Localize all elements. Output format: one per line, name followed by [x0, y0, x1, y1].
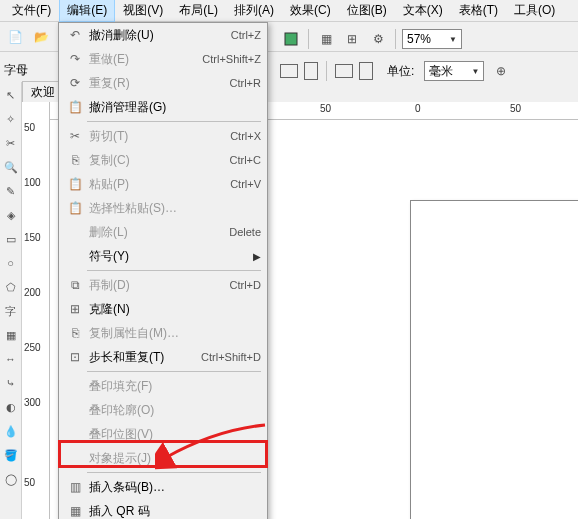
menu-copy[interactable]: ⎘复制(C)Ctrl+C: [59, 148, 267, 172]
chevron-right-icon: ▶: [253, 251, 261, 262]
open-icon[interactable]: 📂: [30, 26, 52, 48]
menu-delete[interactable]: 删除(L)Delete: [59, 220, 267, 244]
table-tool-icon[interactable]: ▦: [2, 326, 20, 344]
paste-special-icon: 📋: [65, 201, 85, 215]
menu-step-repeat[interactable]: ⊡步长和重复(T)Ctrl+Shift+D: [59, 345, 267, 369]
distribute-icon[interactable]: ⊞: [341, 28, 363, 50]
menu-paste[interactable]: 📋粘贴(P)Ctrl+V: [59, 172, 267, 196]
paste-icon: 📋: [65, 177, 85, 191]
zoom-value: 57%: [407, 32, 431, 46]
text-tool-icon[interactable]: 字: [2, 302, 20, 320]
barcode-icon: ▥: [65, 480, 85, 494]
unit-combo[interactable]: 毫米 ▼: [424, 61, 484, 81]
unit-label: 单位:: [387, 63, 414, 80]
snap-icon[interactable]: [280, 28, 302, 50]
menu-overprint-outline[interactable]: 叠印轮廓(O): [59, 398, 267, 422]
qr-icon: ▦: [65, 504, 85, 518]
history-icon: 📋: [65, 100, 85, 114]
eyedropper-tool-icon[interactable]: 💧: [2, 422, 20, 440]
zoom-combo[interactable]: 57% ▼: [402, 29, 462, 49]
menu-repeat[interactable]: ⟳重复(R)Ctrl+R: [59, 71, 267, 95]
fill-tool-icon[interactable]: 🪣: [2, 446, 20, 464]
undo-icon: ↶: [65, 28, 85, 42]
menu-insert-qr[interactable]: ▦插入 QR 码: [59, 499, 267, 519]
menu-separator: [87, 121, 261, 122]
menu-overprint-fill[interactable]: 叠印填充(F): [59, 374, 267, 398]
duplicate-icon: ⧉: [65, 278, 85, 292]
menu-undo[interactable]: ↶撤消删除(U)Ctrl+Z: [59, 23, 267, 47]
menu-layout[interactable]: 布局(L): [171, 0, 226, 22]
vertical-ruler: 50 100 150 200 250 300 50: [22, 102, 50, 519]
menu-cut[interactable]: ✂剪切(T)Ctrl+X: [59, 124, 267, 148]
polygon-tool-icon[interactable]: ⬠: [2, 278, 20, 296]
portrait-icon[interactable]: [280, 64, 298, 78]
pick-tool-icon[interactable]: ↖: [2, 86, 20, 104]
menu-undo-manager[interactable]: 📋撤消管理器(G): [59, 95, 267, 119]
crop-tool-icon[interactable]: ✂: [2, 134, 20, 152]
menu-edit[interactable]: 编辑(E): [59, 0, 115, 22]
rectangle-tool-icon[interactable]: ▭: [2, 230, 20, 248]
redo-icon: ↷: [65, 52, 85, 66]
outline-tool-icon[interactable]: ◯: [2, 470, 20, 488]
toolbox: ↖ ✧ ✂ 🔍 ✎ ◈ ▭ ○ ⬠ 字 ▦ ↔ ⤷ ◐ 💧 🪣 ◯: [0, 82, 22, 519]
menu-table[interactable]: 表格(T): [451, 0, 506, 22]
repeat-icon: ⟳: [65, 76, 85, 90]
chevron-down-icon: ▼: [471, 67, 479, 76]
page-icon-2[interactable]: [359, 62, 373, 80]
menu-clone[interactable]: ⊞克隆(N): [59, 297, 267, 321]
menu-tools[interactable]: 工具(O): [506, 0, 563, 22]
align-icon[interactable]: ▦: [315, 28, 337, 50]
menu-symbol[interactable]: 符号(Y)▶: [59, 244, 267, 268]
step-icon: ⊡: [65, 350, 85, 364]
freehand-tool-icon[interactable]: ✎: [2, 182, 20, 200]
menu-arrange[interactable]: 排列(A): [226, 0, 282, 22]
page-icon-1[interactable]: [335, 64, 353, 78]
new-doc-icon[interactable]: 📄: [4, 26, 26, 48]
landscape-icon[interactable]: [304, 62, 318, 80]
menubar: 文件(F) 编辑(E) 视图(V) 布局(L) 排列(A) 效果(C) 位图(B…: [0, 0, 578, 22]
cut-icon: ✂: [65, 129, 85, 143]
copy-icon: ⎘: [65, 153, 85, 167]
toolbar-row-1: ▦ ⊞ ⚙ 57% ▼: [280, 28, 462, 50]
svg-rect-0: [285, 33, 297, 45]
menu-separator: [87, 270, 261, 271]
menu-bitmap[interactable]: 位图(B): [339, 0, 395, 22]
menu-copy-props[interactable]: ⎘复制属性自(M)…: [59, 321, 267, 345]
menu-effects[interactable]: 效果(C): [282, 0, 339, 22]
menu-insert-barcode[interactable]: ▥插入条码(B)…: [59, 475, 267, 499]
menu-redo[interactable]: ↷重做(E)Ctrl+Shift+Z: [59, 47, 267, 71]
effects-tool-icon[interactable]: ◐: [2, 398, 20, 416]
clone-icon: ⊞: [65, 302, 85, 316]
connector-tool-icon[interactable]: ⤷: [2, 374, 20, 392]
toolbar-row-2: 单位: 毫米 ▼ ⊕: [280, 60, 512, 82]
unit-value: 毫米: [429, 63, 453, 80]
page-rect: [410, 200, 578, 519]
menu-file[interactable]: 文件(F): [4, 0, 59, 22]
menu-paste-special[interactable]: 📋选择性粘贴(S)…: [59, 196, 267, 220]
zoom-tool-icon[interactable]: 🔍: [2, 158, 20, 176]
nudge-icon[interactable]: ⊕: [490, 60, 512, 82]
copy-props-icon: ⎘: [65, 326, 85, 340]
shape-tool-icon[interactable]: ✧: [2, 110, 20, 128]
menu-view[interactable]: 视图(V): [115, 0, 171, 22]
menu-text[interactable]: 文本(X): [395, 0, 451, 22]
annotation-arrow: [155, 420, 275, 470]
menu-duplicate[interactable]: ⧉再制(D)Ctrl+D: [59, 273, 267, 297]
menu-separator: [87, 371, 261, 372]
options-icon[interactable]: ⚙: [367, 28, 389, 50]
ellipse-tool-icon[interactable]: ○: [2, 254, 20, 272]
dimension-tool-icon[interactable]: ↔: [2, 350, 20, 368]
chevron-down-icon: ▼: [449, 35, 457, 44]
menu-separator: [87, 472, 261, 473]
smart-tool-icon[interactable]: ◈: [2, 206, 20, 224]
left-panel-label: 字母: [4, 62, 28, 79]
